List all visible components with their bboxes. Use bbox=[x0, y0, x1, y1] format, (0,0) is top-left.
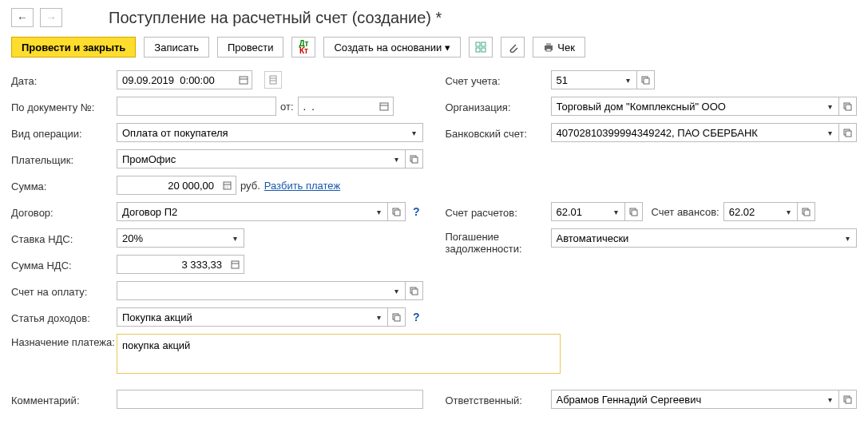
chevron-down-icon[interactable]: ▾ bbox=[388, 281, 406, 300]
post-button[interactable]: Провести bbox=[217, 37, 284, 57]
dtkt-button[interactable]: ДтКт bbox=[291, 37, 315, 57]
debt-label: Погашение задолженности: bbox=[446, 228, 551, 255]
comment-label: Комментарий: bbox=[11, 392, 117, 406]
invoice-input[interactable] bbox=[117, 281, 388, 300]
chevron-down-icon[interactable]: ▾ bbox=[608, 202, 625, 221]
calc-icon[interactable] bbox=[227, 255, 244, 274]
date-label: Дата: bbox=[11, 73, 117, 87]
wait-icon[interactable] bbox=[264, 71, 282, 89]
settle-input[interactable] bbox=[551, 202, 608, 221]
nav-forward-button[interactable]: → bbox=[40, 8, 62, 27]
structure-button[interactable] bbox=[469, 37, 493, 57]
debt-input[interactable] bbox=[551, 228, 840, 248]
attach-button[interactable] bbox=[501, 37, 525, 57]
contract-label: Договор: bbox=[11, 204, 117, 219]
ot-label: от: bbox=[280, 101, 294, 113]
purpose-textarea[interactable] bbox=[117, 334, 561, 374]
income-input[interactable] bbox=[117, 307, 371, 327]
chevron-down-icon[interactable]: ▾ bbox=[822, 123, 839, 142]
arrow-left-icon: ← bbox=[17, 12, 28, 23]
svg-point-19 bbox=[228, 185, 228, 186]
responsible-label: Ответственный: bbox=[446, 392, 551, 406]
chevron-down-icon[interactable]: ▾ bbox=[388, 149, 406, 168]
svg-rect-1 bbox=[482, 42, 486, 46]
open-icon[interactable] bbox=[839, 390, 857, 409]
svg-rect-6 bbox=[546, 49, 551, 51]
chevron-down-icon[interactable]: ▾ bbox=[227, 228, 244, 248]
svg-point-18 bbox=[225, 185, 226, 186]
vatrate-input[interactable] bbox=[117, 228, 227, 248]
svg-rect-39 bbox=[804, 210, 810, 216]
org-input[interactable] bbox=[551, 97, 822, 116]
optype-label: Вид операции: bbox=[11, 125, 117, 140]
post-close-button[interactable]: Провести и закрыть bbox=[11, 37, 136, 57]
chevron-down-icon[interactable]: ▾ bbox=[620, 70, 637, 89]
income-label: Статья доходов: bbox=[11, 310, 117, 324]
ot-date-input[interactable] bbox=[298, 97, 376, 116]
payer-input[interactable] bbox=[117, 149, 388, 168]
open-icon[interactable] bbox=[798, 202, 815, 221]
svg-rect-31 bbox=[644, 78, 649, 84]
sum-input[interactable] bbox=[117, 176, 219, 195]
docno-input[interactable] bbox=[117, 97, 276, 116]
bankacc-input[interactable] bbox=[551, 123, 822, 142]
dtkt-icon: ДтКт bbox=[299, 40, 308, 54]
svg-rect-9 bbox=[270, 76, 276, 84]
responsible-input[interactable] bbox=[551, 390, 822, 409]
date-input[interactable] bbox=[117, 70, 235, 89]
help-icon[interactable]: ? bbox=[410, 311, 423, 323]
chevron-down-icon[interactable]: ▾ bbox=[780, 202, 798, 221]
calendar-icon[interactable] bbox=[235, 70, 252, 89]
open-icon[interactable] bbox=[839, 97, 857, 116]
payer-label: Плательщик: bbox=[11, 152, 117, 166]
open-icon[interactable] bbox=[388, 307, 406, 327]
contract-input[interactable] bbox=[117, 202, 371, 221]
svg-rect-16 bbox=[224, 182, 231, 189]
cheque-button[interactable]: Чек bbox=[533, 37, 585, 57]
chevron-down-icon[interactable]: ▾ bbox=[371, 307, 388, 327]
account-label: Счет учета: bbox=[446, 73, 551, 87]
svg-rect-5 bbox=[546, 43, 551, 46]
purpose-label: Назначение платежа: bbox=[11, 334, 117, 348]
vatsum-label: Сумма НДС: bbox=[11, 257, 117, 272]
svg-point-21 bbox=[228, 187, 228, 188]
open-icon[interactable] bbox=[388, 202, 406, 221]
open-icon[interactable] bbox=[637, 70, 655, 89]
svg-rect-37 bbox=[632, 210, 637, 216]
calendar-icon[interactable] bbox=[376, 97, 394, 116]
vatsum-input[interactable] bbox=[117, 255, 227, 274]
chevron-down-icon[interactable]: ▾ bbox=[406, 123, 423, 142]
svg-rect-41 bbox=[846, 398, 851, 403]
calc-icon[interactable] bbox=[219, 176, 236, 195]
optype-input[interactable] bbox=[117, 123, 406, 142]
svg-rect-29 bbox=[394, 315, 400, 321]
comment-input[interactable] bbox=[117, 390, 423, 409]
svg-rect-27 bbox=[412, 289, 418, 295]
open-icon[interactable] bbox=[406, 281, 423, 300]
chevron-down-icon[interactable]: ▾ bbox=[839, 228, 857, 248]
chevron-down-icon[interactable]: ▾ bbox=[822, 97, 839, 116]
structure-icon bbox=[475, 42, 486, 53]
svg-rect-24 bbox=[232, 261, 239, 268]
rub-label: руб. bbox=[240, 180, 260, 192]
vatrate-label: Ставка НДС: bbox=[11, 231, 117, 245]
split-payment-link[interactable]: Разбить платеж bbox=[264, 180, 340, 192]
docno-label: По документу №: bbox=[11, 99, 117, 113]
open-icon[interactable] bbox=[625, 202, 643, 221]
chevron-down-icon[interactable]: ▾ bbox=[371, 202, 388, 221]
open-icon[interactable] bbox=[406, 149, 423, 168]
account-input[interactable] bbox=[551, 70, 620, 89]
svg-point-20 bbox=[225, 187, 226, 188]
paperclip-icon bbox=[507, 42, 518, 53]
advance-input[interactable] bbox=[723, 202, 780, 221]
chevron-down-icon[interactable]: ▾ bbox=[822, 390, 839, 409]
arrow-right-icon: → bbox=[46, 12, 57, 23]
nav-back-button[interactable]: ← bbox=[11, 8, 34, 27]
save-button[interactable]: Записать bbox=[144, 37, 209, 57]
help-icon[interactable]: ? bbox=[410, 205, 423, 218]
create-basis-button[interactable]: Создать на основании ▾ bbox=[323, 37, 461, 57]
chevron-down-icon: ▾ bbox=[445, 42, 450, 54]
svg-rect-0 bbox=[476, 42, 480, 46]
svg-rect-7 bbox=[240, 77, 248, 84]
open-icon[interactable] bbox=[839, 123, 857, 142]
